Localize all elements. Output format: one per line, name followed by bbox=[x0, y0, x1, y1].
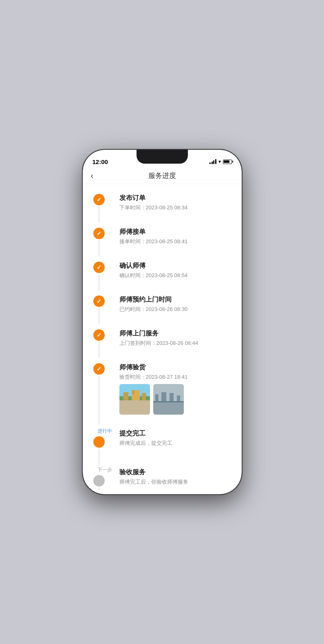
inspection-image-1 bbox=[119, 384, 150, 415]
item-title: 提交完工 bbox=[119, 429, 234, 438]
item-label-active: 进行中 bbox=[83, 428, 115, 435]
svg-rect-3 bbox=[123, 392, 128, 400]
timeline-item-master-visit: ✓ 师傅上门服务 上门签到时间：2023-08-26 08:44 bbox=[83, 328, 242, 360]
check-icon: ✓ bbox=[97, 332, 101, 338]
item-sub: 上门签到时间：2023-08-26 08:44 bbox=[119, 340, 234, 347]
item-body: 提交完工 师傅完成后，提交完工 bbox=[115, 428, 234, 465]
item-sub: 师傅完成后，提交完工 bbox=[119, 440, 234, 447]
dot-done: ✓ bbox=[93, 329, 105, 341]
timeline-left: ✓ bbox=[83, 362, 115, 426]
dot-wrapper: ✓ bbox=[93, 329, 105, 358]
dot-done: ✓ bbox=[93, 363, 105, 375]
item-sub: 下单时间：2023-08-25 08:34 bbox=[119, 204, 234, 211]
timeline-connector bbox=[99, 342, 99, 358]
svg-rect-5 bbox=[142, 393, 146, 400]
item-sub: 确认时间：2023-08-25 08:54 bbox=[119, 272, 234, 279]
timeline-item-submit-complete: 进行中 提交完工 师傅完成后，提交完工 bbox=[83, 428, 242, 465]
svg-rect-8 bbox=[153, 402, 184, 415]
dot-active bbox=[93, 436, 105, 448]
svg-rect-6 bbox=[132, 390, 134, 394]
dot-wrapper bbox=[93, 436, 105, 465]
item-title: 验收服务 bbox=[119, 468, 234, 477]
timeline-left: ✓ bbox=[83, 328, 115, 360]
dot-gray bbox=[93, 475, 105, 486]
svg-rect-11 bbox=[170, 393, 174, 402]
timeline-left: 下一步 bbox=[83, 466, 115, 490]
item-images bbox=[119, 384, 234, 415]
inspection-image-2 bbox=[153, 384, 184, 415]
item-title: 师傅预约上门时间 bbox=[119, 295, 234, 304]
timeline-left: 进行中 bbox=[83, 428, 115, 465]
dot-wrapper: ✓ bbox=[93, 363, 105, 424]
timeline-item-publish-order: ✓ 发布订单 下单时间：2023-08-25 08:34 bbox=[83, 192, 242, 224]
timeline-left: ✓ bbox=[83, 226, 115, 258]
timeline-connector bbox=[99, 308, 99, 324]
item-body: 师傅预约上门时间 已约时间：2023-08-26 08:30 bbox=[115, 294, 234, 326]
item-body: 验收服务 师傅完工后，你验收师傅服务 bbox=[115, 466, 234, 490]
page-title: 服务进度 bbox=[148, 171, 176, 180]
back-button[interactable]: ‹ bbox=[89, 169, 95, 182]
timeline-item-schedule-visit: ✓ 师傅预约上门时间 已约时间：2023-08-26 08:30 bbox=[83, 294, 242, 326]
status-time: 12:00 bbox=[93, 158, 108, 165]
status-icons: ▾ bbox=[209, 159, 232, 164]
item-body: 师傅验货 验货时间：2023-08-27 18:41 bbox=[115, 362, 234, 426]
timeline-connector bbox=[99, 206, 99, 222]
timeline-connector bbox=[99, 375, 99, 424]
battery-icon bbox=[223, 160, 232, 164]
timeline-connector bbox=[99, 449, 99, 465]
dot-done: ✓ bbox=[93, 194, 105, 205]
item-sub: 验货时间：2023-08-27 18:41 bbox=[119, 373, 234, 381]
item-body: 师傅上门服务 上门签到时间：2023-08-26 08:44 bbox=[115, 328, 234, 360]
check-icon: ✓ bbox=[97, 366, 101, 372]
signal-icon bbox=[209, 159, 216, 164]
timeline-left: ✓ bbox=[83, 294, 115, 326]
dot-done: ✓ bbox=[93, 295, 105, 307]
item-sub: 接单时间：2023-08-25 08:41 bbox=[119, 238, 234, 245]
timeline-item-accept-service: 下一步 验收服务 师傅完工后，你验收师傅服务 bbox=[83, 466, 242, 490]
timeline-left: ✓ bbox=[83, 192, 115, 224]
timeline-list: ✓ 发布订单 下单时间：2023-08-25 08:34 ✓ bbox=[83, 184, 242, 490]
svg-rect-10 bbox=[161, 392, 166, 402]
item-body: 确认师傅 确认时间：2023-08-25 08:54 bbox=[115, 260, 234, 292]
dot-done: ✓ bbox=[93, 262, 105, 273]
svg-rect-2 bbox=[119, 400, 150, 415]
timeline-connector bbox=[99, 487, 99, 490]
timeline-item-confirm-master: ✓ 确认师傅 确认时间：2023-08-25 08:54 bbox=[83, 260, 242, 292]
item-body: 发布订单 下单时间：2023-08-25 08:34 bbox=[115, 192, 234, 224]
timeline-left: ✓ bbox=[83, 260, 115, 292]
notch bbox=[137, 150, 188, 164]
item-title: 师傅接单 bbox=[119, 228, 234, 236]
check-icon: ✓ bbox=[97, 230, 101, 237]
item-label-next: 下一步 bbox=[83, 466, 115, 473]
timeline-connector bbox=[99, 240, 99, 256]
timeline-connector bbox=[99, 274, 99, 290]
dot-done: ✓ bbox=[93, 228, 105, 239]
phone-screen: 12:00 ▾ ‹ 服务进度 bbox=[83, 150, 242, 494]
svg-rect-13 bbox=[153, 401, 184, 402]
item-sub: 已约时间：2023-08-26 08:30 bbox=[119, 306, 234, 313]
check-icon: ✓ bbox=[97, 196, 101, 203]
dot-wrapper: ✓ bbox=[93, 295, 105, 324]
dot-wrapper: ✓ bbox=[93, 194, 105, 222]
item-title: 发布订单 bbox=[119, 194, 234, 202]
item-title: 师傅上门服务 bbox=[119, 329, 234, 338]
dot-wrapper: ✓ bbox=[93, 262, 105, 290]
item-body: 师傅接单 接单时间：2023-08-25 08:41 bbox=[115, 226, 234, 258]
item-title: 师傅验货 bbox=[119, 363, 234, 372]
phone-shell: 12:00 ▾ ‹ 服务进度 bbox=[83, 150, 242, 494]
page-header: ‹ 服务进度 bbox=[83, 168, 242, 184]
item-sub: 师傅完工后，你验收师傅服务 bbox=[119, 478, 234, 486]
dot-wrapper: ✓ bbox=[93, 228, 105, 256]
item-title: 确认师傅 bbox=[119, 262, 234, 270]
check-icon: ✓ bbox=[97, 298, 101, 304]
check-icon: ✓ bbox=[97, 264, 101, 271]
timeline-item-master-accept: ✓ 师傅接单 接单时间：2023-08-25 08:41 bbox=[83, 226, 242, 258]
wifi-icon: ▾ bbox=[218, 159, 221, 164]
timeline-item-master-inspect: ✓ 师傅验货 验货时间：2023-08-27 18:41 bbox=[83, 362, 242, 426]
dot-wrapper bbox=[93, 475, 105, 490]
